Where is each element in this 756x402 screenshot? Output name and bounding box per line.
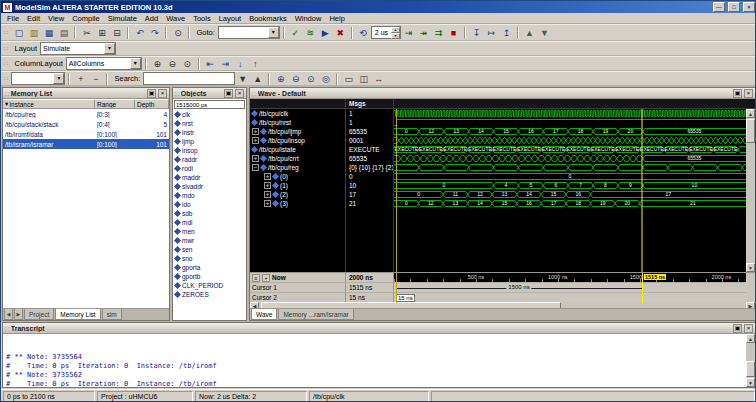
toolbar-grip[interactable]: ∷ [4,60,8,68]
scroll-up-icon[interactable]: ▲ [746,109,755,118]
wave-signal-name[interactable]: /tb/cpu/nrst [250,118,346,127]
cursor-list-icon[interactable]: ≡ [252,274,260,282]
copy-icon[interactable]: ⊞ [94,26,109,39]
column-header-instance[interactable]: ▾Instance [3,99,95,109]
open-icon[interactable]: ▥ [26,26,41,39]
columnlayout-combobox[interactable]: AllColumns ▾ [66,57,142,70]
step-over-icon[interactable]: ↦ [484,26,499,39]
wave-signal-name[interactable]: +(0) [250,172,346,181]
objects-signal[interactable]: gportb [173,272,246,281]
add-cursor-icon[interactable]: + [262,274,270,282]
objects-header[interactable]: ∷ Objects ▣ × [173,88,246,99]
objects-signal[interactable]: mdi [173,218,246,227]
tab-scroll-right-icon[interactable]: ▶ [14,309,23,320]
compile-all-icon[interactable]: ≋ [303,26,318,39]
transcript-header[interactable]: ∷ Transcript ▣ × [3,323,755,334]
zoom-out-icon[interactable]: ⊖ [288,72,303,85]
goto-combobox[interactable]: ▾ [218,26,280,39]
chevron-down-icon[interactable]: ▾ [104,43,115,54]
scroll-up-icon[interactable]: ▲ [746,334,755,343]
zoom-mode-icon[interactable]: ◫ [356,72,371,85]
find-icon[interactable]: ⊙ [170,26,185,39]
waveform-canvas[interactable]: 012131415161718192065535EXECUTEEXECUTEEX… [394,109,746,272]
paste-icon[interactable]: ⊟ [109,26,124,39]
memory-row[interactable]: /tb/cpu/stack/stack[0:4]5 [3,119,169,129]
layout-combobox[interactable]: Simulate ▾ [40,42,116,55]
prev-transition-icon[interactable]: ⇤ [203,57,218,70]
wave-signal-combobox[interactable]: ▾ [11,72,65,85]
tab-memory-list[interactable]: Memory List [55,309,100,320]
title-bar[interactable]: M ModelSim ALTERA STARTER EDITION 10.3d … [1,1,756,13]
panel-grip[interactable]: ∷ [5,325,9,332]
scroll-down-icon[interactable]: ▼ [746,378,755,387]
zoom-in-icon[interactable]: ⊕ [150,57,165,70]
objects-signal[interactable]: ijmp [173,137,246,146]
objects-signal[interactable]: ido [173,200,246,209]
run-all-icon[interactable]: ⇉ [431,26,446,39]
next-transition-icon[interactable]: ⇥ [218,57,233,70]
search-up-icon[interactable]: ▲ [250,72,265,85]
zoom-full-icon[interactable]: ⊙ [303,72,318,85]
simulate-icon[interactable]: ▶ [318,26,333,39]
objects-signal[interactable]: gporta [173,263,246,272]
wave-signal-name[interactable]: /tb/cpu/istate [250,145,346,154]
cursor1-label[interactable]: Cursor 1 [252,284,277,291]
objects-signal[interactable]: sdb [173,209,246,218]
menu-window[interactable]: Window [291,14,326,23]
expand-icon[interactable]: + [264,191,271,198]
cursor2-label[interactable]: Cursor 2 [252,294,277,301]
timeline-ruler[interactable]: 1515 ns 500 ns1000 ns1500 ns2000 ns [394,273,746,283]
wave-vertical-scrollbar[interactable]: ▲ ▼ [746,109,755,272]
close-icon[interactable]: × [158,89,167,98]
toolbar-grip[interactable]: ∷ [4,29,8,37]
menu-layout[interactable]: Layout [215,14,246,23]
break-icon[interactable]: ✖ [333,26,348,39]
dock-icon[interactable]: ▣ [733,89,742,98]
undo-icon[interactable]: ↶ [132,26,147,39]
objects-signal[interactable]: maddr [173,173,246,182]
continue-run-icon[interactable]: ↠ [416,26,431,39]
objects-time-field[interactable]: 1515000 ps [174,100,245,109]
memory-row[interactable]: /tb/cpu/reg[0:3]4 [3,109,169,119]
menu-add[interactable]: Add [141,14,162,23]
wave-signal-name[interactable]: +/tb/cpu/crrt [250,154,346,163]
wave-signal-name[interactable]: +/tb/cpu/ijmp [250,127,346,136]
collapse-icon[interactable]: − [252,164,259,171]
tab-scroll-left-icon[interactable]: ◀ [4,309,13,320]
wave-signal-name[interactable]: /tb/cpu/clk [250,109,346,118]
save-icon[interactable]: ▦ [41,26,56,39]
expand-icon[interactable]: + [252,137,259,144]
menu-edit[interactable]: Edit [23,14,44,23]
menu-view[interactable]: View [44,14,68,23]
wave-tab-wave[interactable]: Wave [251,309,277,320]
expand-icon[interactable]: + [264,173,271,180]
transcript-scrollbar[interactable]: ▲ ▼ [746,334,755,387]
dock-icon[interactable]: ▣ [224,89,233,98]
minimize-button[interactable]: — [713,2,725,12]
cut-icon[interactable]: ✂ [79,26,94,39]
prev-bookmark-icon[interactable]: ▲ [522,26,537,39]
insert-cursor-icon[interactable]: + [73,72,88,85]
scrollbar-thumb[interactable] [746,361,755,377]
wave-signal-name[interactable]: +(1) [250,181,346,190]
new-file-icon[interactable]: ▢ [11,26,26,39]
next-rising-edge-icon[interactable]: ↑ [248,57,263,70]
close-icon[interactable]: × [744,89,753,98]
objects-signal[interactable]: rodi [173,164,246,173]
search-down-icon[interactable]: ▼ [235,72,250,85]
maximize-button[interactable]: □ [728,2,740,12]
next-bookmark-icon[interactable]: ▼ [537,26,552,39]
stop-icon[interactable]: ■ [446,26,461,39]
cursor1-track[interactable]: 1500 ns [394,283,746,293]
value-wave-splitter[interactable] [393,99,394,272]
panel-grip[interactable]: ∷ [5,90,9,97]
pan-mode-icon[interactable]: ↔ [371,72,386,85]
toolbar-grip[interactable]: ∷ [4,75,8,83]
column-header-range[interactable]: Range [95,99,135,109]
expand-icon[interactable]: + [252,128,259,135]
wave-signal-name[interactable]: +/tb/cpu/insop [250,136,346,145]
zoom-full-icon[interactable]: ⊙ [180,57,195,70]
wave-signal-name[interactable]: +(3) [250,199,346,208]
chevron-down-icon[interactable]: ▾ [130,58,141,69]
objects-signal[interactable]: insop [173,146,246,155]
